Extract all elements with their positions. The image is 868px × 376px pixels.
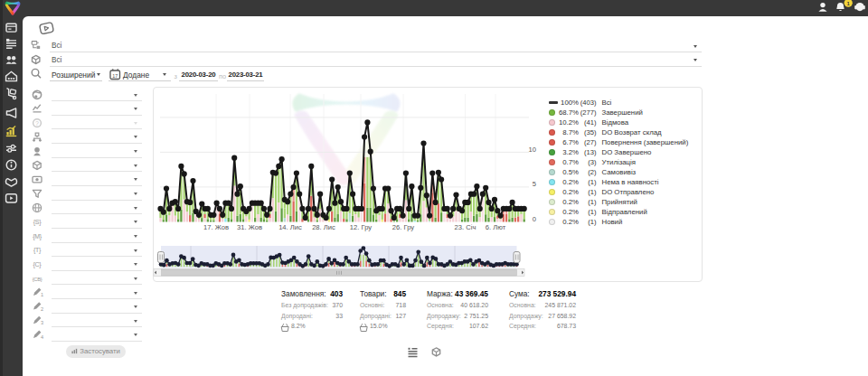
svg-text:17: 17 bbox=[112, 73, 118, 79]
svg-text:26. Гру: 26. Гру bbox=[392, 223, 414, 231]
svg-text:28. Лис: 28. Лис bbox=[312, 223, 335, 231]
svg-text:23. Січ: 23. Січ bbox=[455, 223, 476, 231]
svg-text:{T}: {T} bbox=[33, 247, 42, 254]
svg-text:{M}: {M} bbox=[33, 233, 42, 240]
svg-text:4: 4 bbox=[41, 334, 43, 340]
svg-text:31. Жов: 31. Жов bbox=[237, 223, 262, 231]
svg-text:2: 2 bbox=[41, 306, 43, 312]
svg-text:1: 1 bbox=[41, 292, 43, 297]
svg-text:{C}: {C} bbox=[33, 261, 42, 268]
svg-text:{S}: {S} bbox=[33, 219, 42, 226]
svg-text:14. Лис: 14. Лис bbox=[278, 223, 302, 231]
svg-text:6. Лют: 6. Лют bbox=[486, 223, 506, 231]
svg-text:12. Гру: 12. Гру bbox=[350, 223, 372, 231]
svg-text:{CB}: {CB} bbox=[33, 277, 42, 282]
svg-text:3: 3 bbox=[41, 320, 43, 325]
svg-text:17. Жов: 17. Жов bbox=[203, 223, 229, 231]
svg-text:?: ? bbox=[35, 120, 39, 127]
